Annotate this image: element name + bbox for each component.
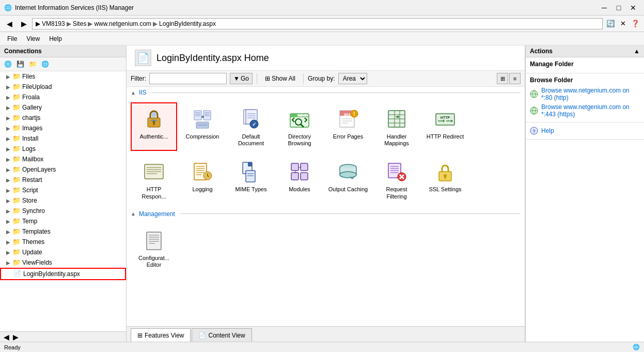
tree-item-files[interactable]: ▶ 📁 Files [0, 71, 126, 82]
feature-ssl-settings[interactable]: SSL Settings [422, 155, 468, 204]
feature-directory-browsing[interactable]: Directory Browsing [276, 102, 323, 151]
feature-config-editor[interactable]: Configurat... Editor [131, 224, 177, 272]
maximize-button[interactable]: □ [612, 3, 625, 13]
svg-rect-12 [196, 122, 209, 128]
conn-save-button[interactable]: 💾 [14, 58, 26, 70]
tree-item-logs[interactable]: ▶ 📁 Logs [0, 144, 126, 154]
tree-expand-temp[interactable]: ▶ [4, 217, 12, 225]
help-link[interactable]: ? Help [530, 126, 640, 136]
conn-globe-button[interactable]: 🌐 [2, 58, 13, 70]
tree-item-install[interactable]: ▶ 📁 Install [0, 133, 126, 144]
tree-item-script[interactable]: ▶ 📁 Script [0, 185, 126, 195]
tree-item-viewfields[interactable]: ▶ 📁 ViewFields [0, 257, 126, 268]
tree-expand-install[interactable]: ▶ [4, 134, 12, 143]
list-view-button[interactable]: ≡ [509, 73, 521, 84]
minimize-button[interactable]: ─ [598, 3, 611, 13]
menu-help[interactable]: Help [45, 34, 66, 43]
stop-button[interactable]: ✕ [617, 18, 629, 29]
tree-item-fileupload[interactable]: ▶ 📁 FileUpload [0, 82, 126, 92]
tree-expand-themes[interactable]: ▶ [4, 238, 12, 246]
feature-handler-mappings[interactable]: Handler Mappings [373, 102, 420, 151]
tree-expand-script[interactable]: ▶ [4, 186, 12, 194]
menu-file[interactable]: File [3, 34, 21, 43]
conn-folder-button[interactable]: 📁 [27, 58, 38, 70]
http-response-label: HTTP Respon... [134, 186, 174, 200]
tree-expand-chartjs[interactable]: ▶ [4, 114, 12, 122]
tree-item-update[interactable]: ▶ 📁 Update [0, 247, 126, 257]
feature-error-pages[interactable]: 404 ! Error Pages [325, 102, 371, 151]
feature-output-caching[interactable]: Output Caching [325, 155, 371, 204]
tree-expand-images[interactable]: ▶ [4, 124, 12, 132]
browse-https-link[interactable]: Browse www.netgenium.com on *:443 (https… [530, 102, 640, 119]
tree-item-themes[interactable]: ▶ 📁 Themes [0, 237, 126, 247]
conn-settings-button[interactable]: 🌐 [39, 58, 51, 70]
feature-compression[interactable]: Compression [179, 102, 226, 151]
group-select[interactable]: Area [338, 73, 367, 84]
folder-icon-script: 📁 [12, 186, 21, 194]
feature-default-document[interactable]: ✓ Default Document [228, 102, 274, 151]
address-input[interactable]: ▶ VM8193 ▶ Sites ▶ www.netgenium.com ▶ L… [32, 18, 603, 29]
forward-button[interactable]: ▶ [18, 18, 30, 30]
tree-label-mailbox: Mailbox [22, 156, 43, 163]
handler-mappings-icon [384, 106, 409, 131]
tree-expand-gallery[interactable]: ▶ [4, 103, 12, 112]
page-title: LoginByIdentity.aspx Home [156, 53, 269, 64]
tree-expand-files[interactable]: ▶ [4, 72, 12, 81]
tree-item-images[interactable]: ▶ 📁 Images [0, 123, 126, 133]
feature-logging[interactable]: Logging [179, 155, 226, 204]
tree-expand-restart[interactable]: ▶ [4, 176, 12, 184]
filter-go-button[interactable]: ▼ Go [230, 73, 253, 84]
svg-rect-55 [248, 162, 252, 166]
tab-content-view[interactable]: 📄 Content View [192, 328, 252, 342]
show-all-button[interactable]: ⊞ Show All [261, 73, 299, 84]
help-section: ? Help [526, 123, 644, 140]
tree-item-froala[interactable]: ▶ 📁 Froala [0, 92, 126, 102]
tree-expand-openlayers[interactable]: ▶ [4, 165, 12, 174]
tree-item-templates[interactable]: ▶ 📁 Templates [0, 226, 126, 237]
tree-expand-viewfields[interactable]: ▶ [4, 258, 12, 267]
management-section-header[interactable]: ▲ Management [127, 208, 525, 220]
default-document-icon: ✓ [239, 106, 263, 131]
tree-item-restart[interactable]: ▶ 📁 Restart [0, 175, 126, 185]
tree-item-loginbyidentity[interactable]: 📄 LoginByIdentity.aspx [0, 268, 126, 280]
tree-item-openlayers[interactable]: ▶ 📁 OpenLayers [0, 164, 126, 175]
scroll-right-button[interactable]: ▶ [11, 333, 20, 341]
ssl-settings-label: SSL Settings [429, 186, 461, 193]
feature-request-filtering[interactable]: Request Filtering [373, 155, 420, 204]
feature-modules[interactable]: Modules [276, 155, 323, 204]
tree-expand-templates[interactable]: ▶ [4, 227, 12, 236]
refresh-button[interactable]: 🔄 [605, 18, 616, 29]
tree-expand-fileupload[interactable]: ▶ [4, 83, 12, 91]
close-button[interactable]: ✕ [626, 3, 640, 13]
feature-mime-types[interactable]: MIME Types [228, 155, 274, 204]
tab-features-view[interactable]: ⊞ Features View [131, 328, 191, 342]
tree-expand-logs[interactable]: ▶ [4, 145, 12, 153]
tree-expand-mailbox[interactable]: ▶ [4, 155, 12, 163]
tree-item-temp[interactable]: ▶ 📁 Temp [0, 216, 126, 226]
tree-item-synchro[interactable]: ▶ 📁 Synchro [0, 206, 126, 216]
tree-item-mailbox[interactable]: ▶ 📁 Mailbox [0, 154, 126, 164]
feature-http-redirect[interactable]: HTTP HTTP Redirect [422, 102, 468, 151]
breadcrumb-item-1: Sites [73, 20, 87, 27]
help-button[interactable]: ❓ [630, 18, 641, 29]
iis-section-header[interactable]: ▲ IIS [127, 87, 525, 98]
tree-item-chartjs[interactable]: ▶ 📁 chartjs [0, 113, 126, 123]
breadcrumb-item-3: LoginByIdentity.aspx [159, 20, 216, 27]
tree-expand-update[interactable]: ▶ [4, 248, 12, 256]
tree-item-gallery[interactable]: ▶ 📁 Gallery [0, 102, 126, 113]
filter-input[interactable] [149, 73, 227, 84]
actions-collapse-button[interactable]: ▲ [634, 48, 640, 55]
browse-http-link[interactable]: Browse www.netgenium.com on *:80 (http) [530, 86, 640, 102]
back-button[interactable]: ◀ [3, 18, 15, 30]
feature-authentication[interactable]: Authentic... [131, 102, 177, 151]
tree-expand-store[interactable]: ▶ [4, 196, 12, 205]
tree-expand-synchro[interactable]: ▶ [4, 207, 12, 215]
tree-item-store[interactable]: ▶ 📁 Store [0, 195, 126, 206]
grid-view-button[interactable]: ⊞ [497, 73, 508, 84]
connections-title: Connections [4, 48, 42, 55]
main-layout: Connections 🌐 💾 📁 🌐 ▶ 📁 Files ▶ 📁 FileUp… [0, 45, 644, 342]
scroll-left-button[interactable]: ◀ [2, 333, 10, 341]
feature-http-response[interactable]: HTTP Respon... [131, 155, 177, 204]
tree-expand-froala[interactable]: ▶ [4, 93, 12, 101]
menu-view[interactable]: View [22, 34, 44, 43]
